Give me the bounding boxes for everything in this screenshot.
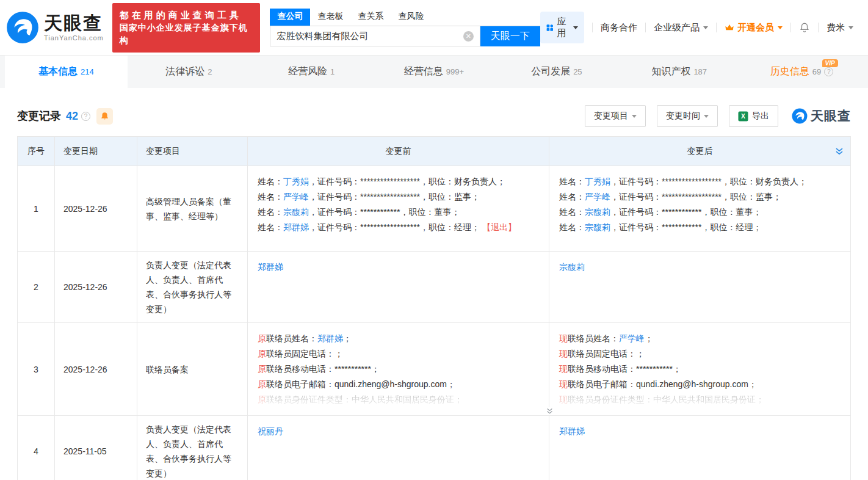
tab-count: 69 [812,67,821,76]
chevron-down-icon [573,26,578,29]
cell-date: 2025-12-26 [55,252,137,323]
text-segment: 原 [258,333,266,343]
chevron-down-icon [778,26,783,29]
text-segment: 现 [559,379,568,389]
brand-name: 天眼查 [44,13,104,33]
text-segment: 联络员身份证件类型：中华人民共和国居民身份证； [568,395,764,404]
person-link[interactable]: 宗馥莉 [585,207,610,217]
nav-item[interactable]: 开通会员 [725,22,783,34]
person-link[interactable]: 宗馥莉 [283,207,309,217]
cell-line: 宗馥莉 [559,260,841,275]
filter-button[interactable]: 变更时间 [657,105,718,127]
main-tab[interactable]: 历史信息69VIP? [740,56,863,88]
person-link[interactable]: 宗馥莉 [559,262,585,272]
top-bar: 天眼查 TianYanCha.com 都在用的商业查询工具 国家中小企业发展子基… [0,0,868,55]
text-segment: 姓名： [258,207,283,217]
main-tab[interactable]: 经营信息999+ [373,56,496,88]
nav-item-label: 开通会员 [737,22,774,34]
clear-icon[interactable]: ✕ [463,31,474,42]
tab-count: 214 [81,67,94,76]
cell-line: 原联络员身份证件类型：中华人民共和国居民身份证； [258,392,539,407]
filter-button[interactable]: 变更项目 [585,105,646,127]
search-tab[interactable]: 查老板 [310,9,350,26]
text-segment: 联络员电子邮箱：qundi.zheng@h-shgroup.com； [568,379,757,389]
text-segment: ，证件号码：************，职位：董事； [309,207,460,217]
tab-count: 2 [208,67,212,76]
apps-label: 应用 [557,16,570,39]
tianyancha-logo[interactable]: 天眼查 TianYanCha.com [6,11,104,44]
search-tab[interactable]: 查风险 [391,9,431,26]
cell-item: 负责人变更（法定代表人、负责人、首席代表、合伙事务执行人等变更） [137,416,248,480]
cell-line: 现联络员身份证件类型：中华人民共和国居民身份证； [559,392,841,407]
apps-button[interactable]: 应用 [540,12,584,43]
person-link[interactable]: 宗馥莉 [585,222,610,232]
watermark-logo-icon [792,108,808,124]
text-segment: ，证件号码：******************，职位：经理； [309,222,482,232]
help-icon[interactable]: ? [81,112,90,121]
text-segment: 联络员固定电话：； [568,349,645,358]
cell-item: 负责人变更（法定代表人、负责人、首席代表、合伙事务执行人等变更） [137,252,248,323]
search-button[interactable]: 天眼一下 [480,26,540,46]
search-tab[interactable]: 查公司 [270,9,310,26]
nav-item[interactable]: 企业级产品 [654,22,708,34]
export-button[interactable]: X 导出 [729,105,778,127]
expand-all-icon[interactable] [834,147,844,158]
col-header-no: 序号 [18,137,55,166]
tab-count: 187 [693,67,707,76]
cell-line: 现联络员固定电话：； [559,346,841,362]
search-block: 查公司查老板查关系查风险 ✕ 天眼一下 [270,9,540,46]
cell-line: 姓名：宗馥莉，证件号码：************，职位：董事； [258,205,539,220]
person-link[interactable]: 郑群娣 [258,262,283,272]
person-link[interactable]: 郑群娣 [317,333,343,343]
text-segment: 现 [559,349,568,358]
main-tab[interactable]: 基本信息214 [5,56,128,88]
brand-domain: TianYanCha.com [44,34,104,42]
cell-before: 姓名：丁秀娟，证件号码：******************，职位：财务负责人；… [248,166,549,252]
person-link[interactable]: 丁秀娟 [283,176,309,186]
person-link[interactable]: 丁秀娟 [585,176,610,186]
main-tab-label: 经营风险 [288,65,327,78]
main-tab-label: 经营信息 [404,65,443,78]
filter-button-label: 变更项目 [594,111,628,122]
help-icon[interactable]: ? [824,67,833,76]
cell-line: 姓名：宗馥莉，证件号码：************，职位：经理； [559,220,841,235]
text-segment: 联络员电子邮箱：qundi.zheng@h-shgroup.com； [266,379,455,389]
nav-item[interactable] [799,22,810,33]
person-link[interactable]: 祝丽丹 [258,426,283,436]
text-segment: 联络员移动电话：***********； [568,364,681,374]
person-link[interactable]: 严学峰 [283,192,309,202]
text-segment: 联络员姓名： [266,333,317,343]
cell-before: 祝丽丹 [248,416,549,480]
nav-item[interactable]: 商务合作 [601,22,637,34]
person-link[interactable]: 郑群娣 [283,222,309,232]
slogan-line1: 都在用的商业查询工具 [120,9,253,21]
search-input[interactable] [270,31,463,42]
text-segment: ； [645,333,653,343]
nav-separator [645,23,646,32]
col-header-date: 变更日期 [55,137,137,166]
main-tab[interactable]: 法律诉讼2 [128,56,250,88]
search-tab[interactable]: 查关系 [350,9,391,26]
person-link[interactable]: 严学峰 [619,333,645,343]
person-link[interactable]: 严学峰 [585,192,610,202]
text-segment: 现 [559,333,568,343]
nav-separator [716,23,717,32]
vip-badge: VIP [822,59,838,67]
cell-line: 郑群娣 [258,260,539,275]
nav-item[interactable]: 费米 [826,22,853,34]
table-row: 32025-12-26联络员备案原联络员姓名：郑群娣；原联络员固定电话：；原联络… [18,323,851,416]
export-label: 导出 [752,111,769,122]
text-segment: ，证件号码：******************，职位：监事； [610,192,781,202]
main-tab[interactable]: 知识产权187 [618,56,740,88]
cell-line: 郑群娣 [559,424,841,439]
subscribe-bell-button[interactable] [96,108,113,125]
cell-no: 4 [18,416,55,480]
text-segment: 联络员移动电话：***********； [266,364,380,374]
chevron-down-icon [703,26,708,29]
change-record-table: 序号 变更日期 变更项目 变更前 变更后 12025-12-26高级管理人员备案… [17,136,851,480]
main-tab[interactable]: 公司发展25 [495,56,618,88]
table-header-row: 序号 变更日期 变更项目 变更前 变更后 [18,137,851,166]
person-link[interactable]: 郑群娣 [559,426,585,436]
text-segment: 姓名： [559,176,585,186]
main-tab[interactable]: 经营风险1 [250,56,373,88]
